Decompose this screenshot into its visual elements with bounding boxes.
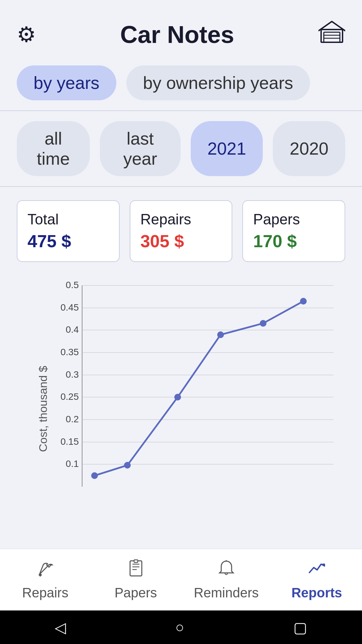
car-icon[interactable] (318, 20, 345, 49)
svg-text:0.5: 0.5 (66, 280, 79, 290)
svg-text:0.4: 0.4 (66, 324, 79, 335)
filter-row-2: all time last year 2021 2020 (0, 114, 362, 183)
svg-text:0.25: 0.25 (61, 391, 79, 402)
svg-rect-1 (324, 32, 340, 42)
svg-text:0.3: 0.3 (66, 369, 79, 380)
svg-point-23 (91, 472, 98, 479)
svg-rect-0 (321, 30, 343, 42)
svg-point-28 (300, 298, 307, 305)
card-total: Total 475 $ (17, 200, 120, 262)
svg-rect-34 (134, 560, 138, 562)
chip-all-time[interactable]: all time (17, 121, 90, 176)
nav-reports-label: Reports (291, 585, 342, 600)
chip-by-years[interactable]: by years (17, 65, 116, 100)
divider-1 (0, 110, 362, 111)
chart-container: Cost, thousand $ .y-tick { font-size: 28… (0, 269, 362, 549)
nav-papers[interactable]: Papers (90, 556, 181, 604)
chip-2021[interactable]: 2021 (191, 121, 263, 176)
svg-point-24 (124, 462, 131, 469)
card-papers: Papers 170 $ (242, 200, 345, 262)
android-nav: ◁ ○ ▢ (0, 610, 362, 644)
card-repairs-value: 305 $ (140, 231, 222, 251)
reports-icon (308, 559, 326, 582)
svg-text:0.35: 0.35 (61, 347, 79, 357)
nav-papers-label: Papers (115, 585, 157, 600)
reminders-icon (217, 559, 236, 582)
chip-2020[interactable]: 2020 (273, 121, 345, 176)
papers-icon (127, 559, 145, 582)
home-button[interactable]: ○ (175, 619, 184, 636)
chart-svg: .y-tick { font-size: 28px; fill: #444; t… (30, 279, 349, 500)
svg-text:0.1: 0.1 (66, 459, 79, 469)
back-button[interactable]: ◁ (55, 619, 66, 636)
page-title: Car Notes (120, 21, 234, 48)
card-repairs: Repairs 305 $ (130, 200, 233, 262)
nav-reminders[interactable]: Reminders (181, 556, 272, 604)
svg-point-26 (217, 331, 224, 338)
nav-repairs-label: Repairs (22, 585, 68, 600)
nav-reports[interactable]: Reports (272, 556, 362, 604)
recent-button[interactable]: ▢ (293, 619, 307, 636)
chip-last-year[interactable]: last year (100, 121, 181, 176)
cards-row: Total 475 $ Repairs 305 $ Papers 170 $ (0, 190, 362, 269)
chip-by-ownership-years[interactable]: by ownership years (126, 65, 310, 100)
svg-text:0.45: 0.45 (61, 302, 79, 313)
divider-2 (0, 186, 362, 187)
card-total-value: 475 $ (27, 231, 109, 251)
card-papers-label: Papers (253, 211, 335, 228)
repairs-icon (36, 559, 55, 582)
filter-row-1: by years by ownership years (0, 59, 362, 107)
svg-point-25 (174, 394, 181, 400)
header: ⚙ Car Notes (0, 0, 362, 59)
svg-rect-30 (130, 561, 142, 576)
nav-reminders-label: Reminders (194, 585, 258, 600)
svg-text:0.2: 0.2 (66, 414, 79, 424)
y-axis-label: Cost, thousand $ (37, 366, 50, 452)
nav-repairs[interactable]: Repairs (0, 556, 90, 604)
svg-text:0.15: 0.15 (61, 436, 79, 447)
card-papers-value: 170 $ (253, 231, 335, 251)
gear-icon[interactable]: ⚙ (17, 22, 36, 47)
svg-point-27 (260, 320, 266, 327)
bottom-nav: Repairs Papers Reminders (0, 549, 362, 610)
card-total-label: Total (27, 211, 109, 228)
card-repairs-label: Repairs (140, 211, 222, 228)
